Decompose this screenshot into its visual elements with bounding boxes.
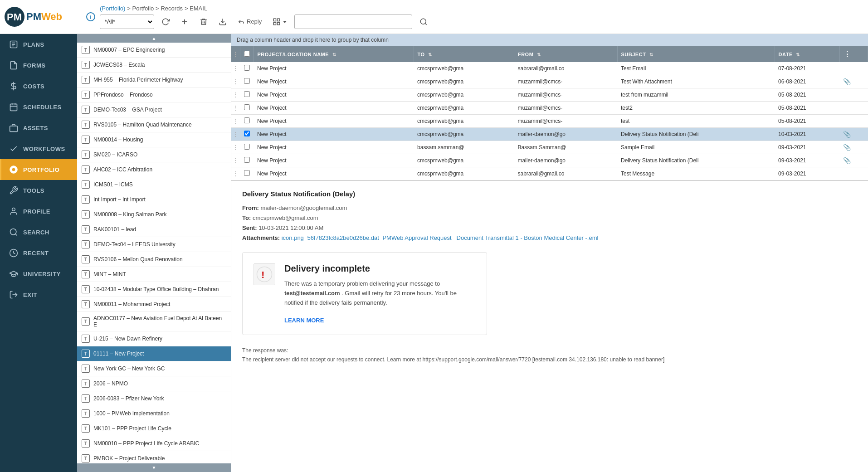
table-row[interactable]: ⋮ New Project cmcspmweb@gma muzammil@cmc… [231, 88, 868, 102]
project-item[interactable]: T PMBOK – Project Deliverable [77, 451, 231, 463]
table-row[interactable]: ⋮ New Project cmcspmweb@gma muzammil@cmc… [231, 102, 868, 115]
project-item[interactable]: T RAK00101 – lead [77, 222, 231, 237]
grid-button[interactable] [269, 15, 291, 29]
row-date: 05-08-2021 [775, 88, 839, 102]
sidebar-item-search[interactable]: SEARCH [0, 222, 77, 243]
table-row[interactable]: ⋮ New Project cmcspmweb@gma sabrarali@gm… [231, 167, 868, 180]
project-item[interactable]: T JCWECS08 – Escala [77, 58, 231, 73]
row-checkbox[interactable] [244, 104, 250, 110]
project-item[interactable]: T NM00008 – King Salman Park [77, 207, 231, 222]
project-item[interactable]: T AHC02 – ICC Arbitration [77, 162, 231, 177]
project-item[interactable]: T NM00010 – PPP Project Life Cycle ARABI… [77, 436, 231, 451]
refresh-button[interactable] [158, 15, 173, 29]
project-item[interactable]: T DEMO-Tec04 – LEEDS University [77, 237, 231, 252]
project-item[interactable]: T 01111 – New Project [77, 346, 231, 361]
project-type-badge: T [82, 439, 90, 448]
search-button[interactable] [416, 15, 431, 29]
table-row[interactable]: ⋮ New Project cmcspmweb@gma muzammil@cmc… [231, 115, 868, 128]
project-item[interactable]: T ICMS01 – ICMS [77, 177, 231, 192]
drag-hint: Drag a column header and drop it here to… [231, 34, 868, 46]
table-row[interactable]: ⋮ New Project cmcspmweb@gma mailer-daemo… [231, 154, 868, 167]
learn-more-link[interactable]: LEARN MORE [284, 317, 324, 324]
col-to-header[interactable]: TO ⇅ [414, 46, 514, 62]
row-checkbox-cell[interactable] [240, 75, 254, 88]
project-item[interactable]: T 2006 – NPMO [77, 376, 231, 391]
project-item[interactable]: T MK101 – PPP Project Life Cycle [77, 421, 231, 436]
filter-select[interactable]: *All* [100, 15, 154, 29]
info-icon[interactable]: i [86, 12, 95, 21]
table-row[interactable]: ⋮ New Project bassam.samman@ Bassam.Samm… [231, 141, 868, 154]
sidebar-item-recent[interactable]: RECENT [0, 243, 77, 263]
row-checkbox-cell[interactable] [240, 141, 254, 154]
row-checkbox-cell[interactable] [240, 115, 254, 128]
sidebar-item-profile[interactable]: PROFILE [0, 201, 77, 222]
project-item[interactable]: T NM00014 – Housing [77, 132, 231, 147]
project-item[interactable]: T NM00011 – Mohammed Project [77, 297, 231, 312]
row-checkbox[interactable] [244, 65, 250, 71]
row-to: bassam.samman@ [414, 141, 514, 154]
attachment-link-3[interactable]: PMWeb Approval Request_ Document Transmi… [382, 234, 598, 241]
attachment-link-1[interactable]: icon.png [282, 234, 304, 241]
project-item[interactable]: T 1000 – PMWeb Implementation [77, 406, 231, 421]
breadcrumb-portfolio-link[interactable]: (Portfolio) [100, 5, 125, 12]
scroll-down-arrow[interactable]: ▼ [77, 463, 231, 472]
project-item[interactable]: T RVS0105 – Hamilton Quad Maintenance [77, 117, 231, 132]
project-item[interactable]: T 10-02438 – Modular Type Office Buildin… [77, 282, 231, 297]
add-button[interactable] [177, 15, 192, 29]
row-checkbox[interactable] [244, 117, 250, 123]
reply-button[interactable]: Reply [234, 15, 265, 29]
project-item[interactable]: T RVS0106 – Mellon Quad Renovation [77, 252, 231, 267]
row-checkbox[interactable] [244, 144, 250, 150]
select-all-checkbox[interactable] [244, 51, 250, 57]
project-item[interactable]: T MINT – MINT [77, 267, 231, 282]
delete-button[interactable] [196, 15, 211, 29]
table-row[interactable]: ⋮ New Project cmcspmweb@gma sabrarali@gm… [231, 62, 868, 75]
project-item[interactable]: T 2006-0083 – Pfizer New York [77, 391, 231, 406]
row-checkbox-cell[interactable] [240, 167, 254, 180]
project-item[interactable]: T DEMO-Tec03 – GSA Project [77, 102, 231, 117]
row-checkbox-cell[interactable] [240, 88, 254, 102]
table-row[interactable]: ⋮ New Project cmcspmweb@gma muzammil@cmc… [231, 75, 868, 88]
sidebar-item-forms[interactable]: FORMS [0, 55, 77, 76]
sidebar-item-university[interactable]: UNIVERSITY [0, 263, 77, 284]
col-subject-header[interactable]: SUBJECT ⇅ [617, 46, 775, 62]
row-checkbox[interactable] [244, 157, 250, 163]
project-list-scroll[interactable]: T NM00007 – EPC Engineering T JCWECS08 –… [77, 43, 231, 463]
row-project: New Project [254, 88, 414, 102]
attachment-link-2[interactable]: 56f7823fc8a2be0d26be.dat [307, 234, 379, 241]
project-item[interactable]: T SM020 – ICARSO [77, 147, 231, 162]
row-checkbox[interactable] [244, 78, 250, 84]
sidebar-item-costs[interactable]: COSTS [0, 76, 77, 97]
col-checkbox-header[interactable] [240, 46, 254, 62]
project-item[interactable]: T U-215 – New Dawn Refinery [77, 331, 231, 346]
project-item[interactable]: T ADNOC0177 – New Aviation Fuel Depot At… [77, 312, 231, 331]
col-project-header[interactable]: PROJECT/LOCATION NAME ⇅ [254, 46, 414, 62]
project-item[interactable]: T Int Import – Int Import [77, 192, 231, 207]
sidebar-item-schedules[interactable]: SCHEDULES [0, 97, 77, 117]
row-checkbox-cell[interactable] [240, 154, 254, 167]
col-date-header[interactable]: DATE ⇅ [775, 46, 839, 62]
row-subject: test from muzammil [617, 88, 775, 102]
search-input[interactable] [294, 15, 412, 29]
project-item[interactable]: T New York GC – New York GC [77, 361, 231, 376]
project-item[interactable]: T MH-955 – Florida Perimeter Highway [77, 73, 231, 88]
sidebar-item-portfolio[interactable]: PORTFOLIO [0, 159, 77, 180]
sidebar-item-workflows[interactable]: WORKFLOWS [0, 138, 77, 159]
sidebar-item-assets[interactable]: ASSETS [0, 117, 77, 138]
project-item[interactable]: T PPFrondoso – Frondoso [77, 88, 231, 102]
row-checkbox[interactable] [244, 91, 250, 97]
col-from-header[interactable]: FROM ⇅ [514, 46, 617, 62]
project-item[interactable]: T NM00007 – EPC Engineering [77, 43, 231, 58]
row-checkbox-cell[interactable] [240, 62, 254, 75]
row-checkbox-cell[interactable] [240, 128, 254, 141]
scroll-up-arrow[interactable]: ▲ [77, 34, 231, 43]
row-checkbox-cell[interactable] [240, 102, 254, 115]
row-date: 09-03-2021 [775, 154, 839, 167]
row-checkbox[interactable] [244, 170, 250, 176]
sidebar-item-tools[interactable]: TOOLS [0, 180, 77, 201]
row-checkbox[interactable] [244, 131, 250, 136]
sidebar-item-plans[interactable]: PLANS [0, 34, 77, 55]
download-button[interactable] [215, 15, 230, 29]
sidebar-item-exit[interactable]: EXIT [0, 284, 77, 305]
table-row[interactable]: ⋮ New Project cmcspmweb@gma mailer-daemo… [231, 128, 868, 141]
